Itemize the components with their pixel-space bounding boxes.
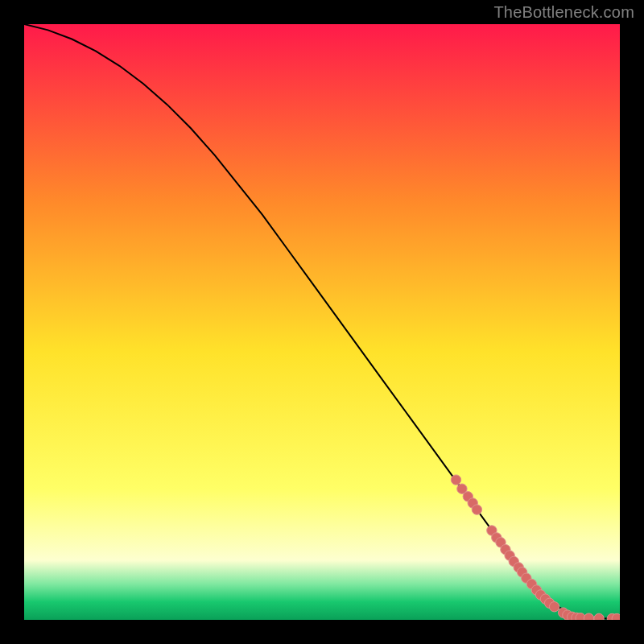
dot xyxy=(594,613,604,620)
dot xyxy=(472,505,481,514)
dot xyxy=(451,475,460,485)
dot xyxy=(549,602,559,612)
watermark-text: TheBottleneck.com xyxy=(493,3,634,22)
chart-plot xyxy=(24,24,620,620)
dot xyxy=(584,613,593,620)
gradient-bg xyxy=(24,24,620,620)
chart-frame xyxy=(24,24,620,620)
